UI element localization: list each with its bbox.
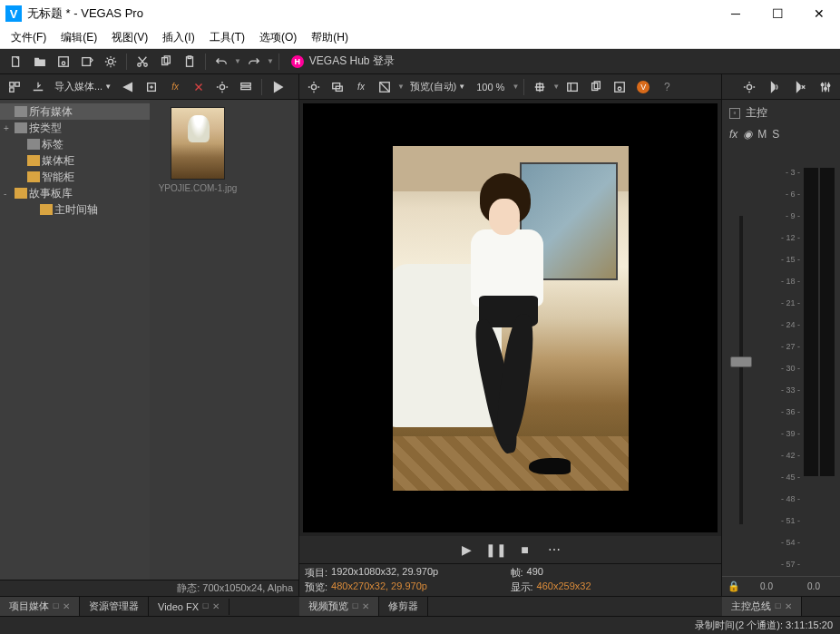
thumb-filename: YPOJIE.COM-1.jpg: [157, 183, 239, 193]
import-media-button[interactable]: 导入媒体...▼: [51, 80, 115, 93]
svg-point-28: [821, 83, 824, 86]
svg-point-29: [825, 87, 827, 90]
tab[interactable]: 资源管理器: [80, 597, 149, 616]
master-fx-button[interactable]: fx: [729, 128, 737, 141]
tabbar-right: 主控总线☐✕: [722, 596, 840, 616]
menu-item[interactable]: 选项(O): [252, 28, 304, 47]
preview-props-icon[interactable]: [303, 76, 325, 98]
media-tree[interactable]: 所有媒体+按类型标签媒体柜智能柜-故事板库主时间轴: [0, 100, 150, 580]
undo-dropdown[interactable]: ▼: [234, 57, 241, 65]
pause-button[interactable]: ❚❚: [483, 539, 509, 561]
tree-item[interactable]: 智能柜: [0, 169, 150, 185]
tab[interactable]: 修剪器: [379, 597, 428, 616]
redo-dropdown[interactable]: ▼: [267, 57, 274, 65]
orange-badge-icon[interactable]: V: [632, 76, 654, 98]
menu-item[interactable]: 文件(F): [4, 28, 54, 47]
undo-icon[interactable]: [210, 51, 232, 73]
media-views-icon[interactable]: [235, 76, 257, 98]
media-remove-icon[interactable]: [188, 76, 210, 98]
master-title: 主控: [746, 105, 767, 121]
media-arrow-icon[interactable]: [117, 76, 139, 98]
lock-icon[interactable]: 🔒: [728, 580, 740, 592]
snapshot-save-icon[interactable]: [609, 76, 630, 98]
master-mute-icon[interactable]: [789, 76, 811, 98]
overlay-icon[interactable]: [529, 76, 551, 98]
cut-icon[interactable]: [132, 51, 153, 73]
project-value: 1920x1080x32, 29.970p: [331, 566, 438, 580]
svg-point-27: [747, 84, 751, 89]
preview-quality-dropdown[interactable]: 预览(自动)▼: [406, 80, 469, 93]
paste-icon[interactable]: [179, 51, 200, 73]
tree-item[interactable]: 主时间轴: [0, 201, 150, 218]
tree-item[interactable]: 媒体柜: [0, 152, 150, 169]
redo-icon[interactable]: [243, 51, 265, 73]
safe-area-icon[interactable]: [562, 76, 583, 98]
thumb-image: [171, 107, 225, 180]
tree-item[interactable]: -故事板库: [0, 185, 150, 201]
master-mute-letter[interactable]: M: [757, 128, 767, 141]
media-props-icon[interactable]: [211, 76, 233, 98]
media-capture-icon[interactable]: [27, 76, 49, 98]
maximize-button[interactable]: ☐: [757, 0, 798, 27]
media-fx-icon[interactable]: fx: [164, 76, 186, 98]
preview-zoom[interactable]: 100 %: [471, 82, 510, 93]
svg-point-18: [311, 84, 316, 89]
record-time: 录制时间(2 个通道): 3:11:15:20: [695, 619, 833, 632]
minimize-button[interactable]: ─: [715, 0, 757, 27]
fader-handle[interactable]: [730, 356, 752, 367]
media-thumbnails[interactable]: YPOJIE.COM-1.jpg: [150, 100, 298, 580]
close-button[interactable]: ✕: [798, 0, 840, 27]
properties-icon[interactable]: [100, 51, 122, 73]
preview-viewport[interactable]: [303, 103, 718, 532]
media-play-icon[interactable]: [267, 76, 288, 98]
vegas-hub-button[interactable]: H VEGAS Hub 登录: [284, 54, 402, 69]
meter-right: [820, 168, 835, 476]
tabbar-left: 项目媒体☐✕资源管理器Video FX☐✕: [0, 596, 299, 616]
master-props-icon[interactable]: [738, 76, 760, 98]
fader-track[interactable]: [739, 216, 743, 524]
menu-item[interactable]: 工具(T): [202, 28, 252, 47]
footer-statusbar: 录制时间(2 个通道): 3:11:15:20: [0, 616, 840, 634]
media-get-icon[interactable]: [141, 76, 162, 98]
tab[interactable]: 项目媒体☐✕: [0, 597, 80, 616]
stop-button[interactable]: ■: [513, 539, 538, 561]
master-dim-icon[interactable]: [764, 76, 786, 98]
svg-rect-11: [10, 82, 14, 85]
separator: [205, 54, 206, 70]
tree-item[interactable]: +按类型: [0, 120, 150, 136]
menu-item[interactable]: 编辑(E): [54, 28, 104, 47]
tree-item[interactable]: 所有媒体: [0, 103, 150, 120]
tab[interactable]: Video FX☐✕: [149, 599, 230, 615]
new-icon[interactable]: [5, 51, 27, 73]
svg-rect-13: [10, 87, 14, 91]
preview-ext-icon[interactable]: [327, 76, 348, 98]
meter-scale: 36912151821242730333639424548515457: [758, 150, 800, 572]
help-icon[interactable]: ?: [656, 76, 678, 98]
svg-point-4: [108, 59, 112, 63]
more-button[interactable]: ⋯: [542, 539, 567, 561]
preview-image: [393, 146, 629, 491]
master-auto-icon[interactable]: ◉: [743, 128, 752, 141]
svg-point-2: [62, 62, 65, 65]
media-thumb[interactable]: YPOJIE.COM-1.jpg: [157, 107, 239, 193]
preview-split-icon[interactable]: [374, 76, 396, 98]
master-meters: 36912151821242730333639424548515457: [722, 146, 840, 576]
master-out-icon[interactable]: ▫: [729, 108, 740, 119]
render-icon[interactable]: [76, 51, 98, 73]
tab[interactable]: 主控总线☐✕: [722, 597, 802, 616]
master-mixer-icon[interactable]: [815, 76, 836, 98]
master-solo-letter[interactable]: S: [772, 128, 779, 141]
snapshot-copy-icon[interactable]: [585, 76, 607, 98]
play-button[interactable]: ▶: [454, 539, 480, 561]
preview-fx-icon[interactable]: fx: [350, 76, 372, 98]
tree-item[interactable]: 标签: [0, 136, 150, 152]
copy-icon[interactable]: [155, 51, 177, 73]
tab[interactable]: 视频预览☐✕: [299, 597, 379, 616]
open-icon[interactable]: [29, 51, 51, 73]
menu-item[interactable]: 插入(I): [155, 28, 201, 47]
menu-item[interactable]: 帮助(H): [304, 28, 356, 47]
save-icon[interactable]: [53, 51, 74, 73]
menu-item[interactable]: 视图(V): [104, 28, 155, 47]
tabbar-row: 项目媒体☐✕资源管理器Video FX☐✕ 视频预览☐✕修剪器 主控总线☐✕: [0, 596, 840, 616]
media-view-icon[interactable]: [4, 76, 25, 98]
